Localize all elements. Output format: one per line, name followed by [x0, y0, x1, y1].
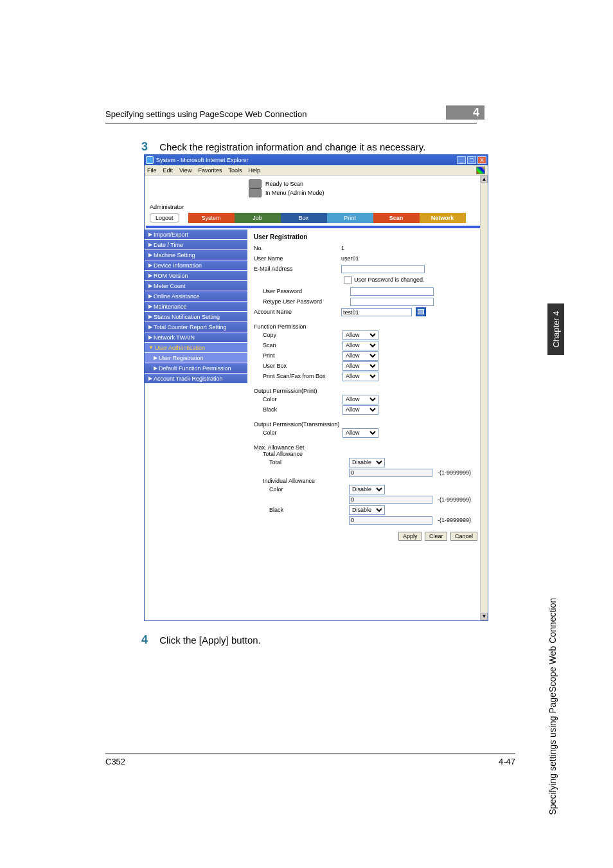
tab-underline — [146, 226, 486, 228]
sidebar-item-network-twain[interactable]: ▶Network TWAIN — [145, 332, 247, 343]
function-permission-select[interactable]: Allow — [342, 330, 378, 340]
triangle-icon: ▶ — [154, 355, 157, 361]
tab-job[interactable]: Job — [235, 213, 281, 223]
sidebar-item-machine-setting[interactable]: ▶Machine Setting — [145, 250, 247, 260]
menu-help[interactable]: Help — [248, 167, 260, 174]
user-password-field[interactable] — [350, 287, 434, 296]
tab-scan[interactable]: Scan — [373, 213, 420, 223]
total-allowance-number[interactable] — [349, 469, 432, 477]
scroll-down-button[interactable]: ▼ — [481, 613, 488, 620]
output-print-select[interactable]: Allow — [342, 405, 378, 415]
menu-favorites[interactable]: Favorites — [198, 167, 222, 174]
individual-allowance-select[interactable]: Disable — [349, 505, 385, 515]
output-print-label: Black — [263, 406, 342, 413]
tab-print[interactable]: Print — [327, 213, 373, 223]
sidebar-item-label: Import/Export — [154, 231, 188, 238]
minimize-button[interactable]: _ — [457, 156, 466, 164]
close-button[interactable]: X — [477, 156, 486, 164]
logout-button[interactable]: Logout — [150, 213, 179, 222]
triangle-icon: ▶ — [148, 262, 152, 268]
account-name-field[interactable] — [341, 308, 412, 316]
step-3: 3 Check the registration information and… — [141, 140, 425, 154]
menu-file[interactable]: File — [147, 167, 157, 174]
individual-allowance-value-row: -(1-9999999) — [254, 494, 480, 505]
menu-tools[interactable]: Tools — [228, 167, 242, 174]
sidebar-item-label: Maintenance — [154, 303, 187, 310]
password-change-checkbox[interactable] — [344, 276, 352, 284]
sidebar-item-status-notification[interactable]: ▶Status Notification Setting — [145, 312, 247, 322]
sidebar-item-online-assistance[interactable]: ▶Online Assistance — [145, 291, 247, 302]
chapter-number-badge: 4 — [446, 105, 484, 120]
individual-allowance-row: BlackDisable — [254, 505, 480, 515]
maximize-button[interactable]: □ — [467, 156, 476, 164]
output-transmission-select[interactable]: Allow — [342, 428, 378, 438]
value-no: 1 — [341, 245, 344, 251]
individual-allowance-heading: Individual Allowance — [254, 478, 480, 484]
label-username: User Name — [254, 255, 341, 262]
apply-button[interactable]: Apply — [398, 532, 422, 541]
cancel-button[interactable]: Cancel — [450, 532, 477, 541]
function-permission-label: User Box — [263, 363, 342, 369]
sidebar-item-user-authentication[interactable]: ▼User Authentication — [145, 343, 247, 353]
individual-allowance-range: -(1-9999999) — [438, 496, 471, 503]
menu-view[interactable]: View — [179, 167, 191, 174]
tab-system[interactable]: System — [188, 213, 235, 223]
step-4: 4 Click the [Apply] button. — [141, 633, 261, 647]
sidebar-item-rom-version[interactable]: ▶ROM Version — [145, 271, 247, 281]
triangle-icon: ▶ — [148, 375, 152, 381]
individual-allowance-label: Black — [269, 507, 349, 513]
sidebar-item-label: Online Assistance — [154, 293, 200, 300]
tab-box[interactable]: Box — [281, 213, 327, 223]
sidebar-item-device-information[interactable]: ▶Device Information — [145, 260, 247, 271]
function-permission-select[interactable]: Allow — [342, 351, 378, 361]
output-print-label: Color — [263, 396, 342, 402]
function-permission-select[interactable]: Allow — [342, 372, 378, 381]
max-allowance-heading: Max. Allowance Set — [254, 444, 480, 451]
account-list-button[interactable] — [416, 307, 426, 316]
function-permission-row: Print Scan/Fax from BoxAllow — [254, 371, 480, 381]
label-password-changed: User Password is changed. — [354, 276, 425, 283]
sidebar-item-total-counter-report[interactable]: ▶Total Counter Report Setting — [145, 322, 247, 332]
sidebar-item-default-function-permission[interactable]: ▶Default Function Permission — [145, 363, 247, 374]
sidebar-item-account-track-registration[interactable]: ▶Account Track Registration — [145, 374, 247, 384]
individual-allowance-number[interactable] — [349, 516, 432, 525]
sidebar-item-label: Device Information — [154, 262, 202, 269]
label-retype-password: Retype User Password — [263, 298, 350, 305]
total-allowance-heading: Total Allowance — [254, 451, 480, 457]
scroll-up-button[interactable]: ▲ — [481, 176, 488, 183]
function-permission-select[interactable]: Allow — [342, 361, 378, 371]
sidebar-item-label: ROM Version — [154, 273, 188, 279]
total-allowance-select[interactable]: Disable — [349, 458, 385, 467]
individual-allowance-select[interactable]: Disable — [349, 485, 385, 494]
sidebar-item-maintenance[interactable]: ▶Maintenance — [145, 302, 247, 312]
total-allowance-range: -(1-9999999) — [438, 469, 471, 476]
menu-edit[interactable]: Edit — [163, 167, 173, 174]
footer-model: C352 — [105, 757, 125, 766]
label-total: Total — [269, 459, 349, 466]
main-form: User Registration No.1 User Nameuser01 E… — [247, 230, 488, 545]
individual-allowance-number[interactable] — [349, 496, 432, 504]
clear-button[interactable]: Clear — [425, 532, 448, 541]
function-permission-heading: Function Permission — [254, 323, 480, 330]
sidebar-item-date-time[interactable]: ▶Date / Time — [145, 240, 247, 250]
browser-window: System - Microsoft Internet Explorer _ □… — [144, 154, 488, 621]
list-icon — [418, 309, 424, 314]
email-field[interactable] — [341, 265, 425, 273]
sidebar-item-import-export[interactable]: ▶Import/Export — [145, 230, 247, 240]
retype-password-field[interactable] — [350, 298, 434, 306]
output-print-row: BlackAllow — [254, 404, 480, 415]
sidebar-item-label: Date / Time — [154, 242, 183, 248]
status-line-2: In Menu (Admin Mode) — [265, 190, 324, 196]
printer-icon — [249, 179, 262, 188]
output-print-select[interactable]: Allow — [342, 395, 378, 404]
sidebar-item-user-registration[interactable]: ▶User Registration — [145, 353, 247, 363]
individual-allowance-value-row: -(1-9999999) — [254, 515, 480, 525]
footer-page-number: 4-47 — [499, 757, 515, 766]
sidebar-item-label: Total Counter Report Setting — [154, 324, 227, 330]
tab-network[interactable]: Network — [420, 213, 466, 223]
output-permission-print-heading: Output Permission(Print) — [254, 388, 480, 394]
function-permission-select[interactable]: Allow — [342, 341, 378, 350]
function-permission-label: Print Scan/Fax from Box — [263, 373, 342, 379]
function-permission-label: Copy — [263, 332, 342, 338]
sidebar-item-meter-count[interactable]: ▶Meter Count — [145, 281, 247, 291]
